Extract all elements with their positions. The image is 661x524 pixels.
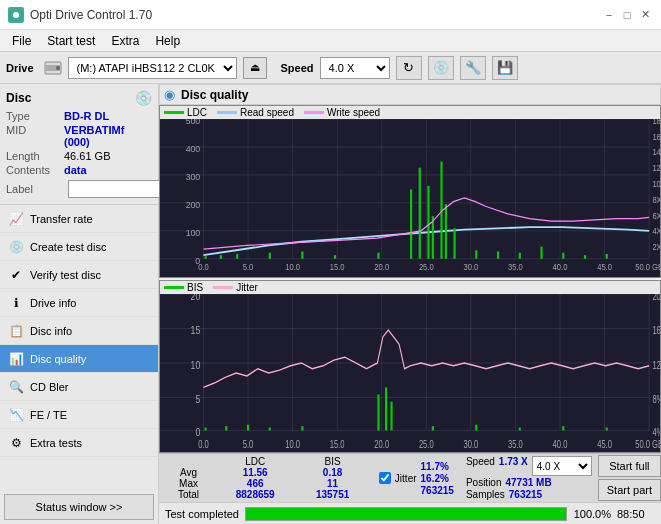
- speed-select[interactable]: 4.0 X: [320, 57, 390, 79]
- disc-contents-value: data: [64, 164, 87, 176]
- nav-icon-transfer-rate: 📈: [8, 211, 24, 227]
- sidebar-item-verify-test-disc[interactable]: ✔Verify test disc: [0, 261, 158, 289]
- menubar: File Start test Extra Help: [0, 30, 661, 52]
- svg-point-4: [56, 66, 60, 70]
- svg-text:4X: 4X: [652, 227, 660, 236]
- stats-max-bis: 11: [296, 478, 369, 489]
- stats-col-bis: BIS: [296, 456, 369, 467]
- menu-file[interactable]: File: [4, 32, 39, 50]
- svg-text:12%: 12%: [652, 360, 660, 371]
- sidebar-item-create-test-disc[interactable]: 💿Create test disc: [0, 233, 158, 261]
- bis-legend: BIS Jitter: [160, 281, 660, 294]
- svg-text:4%: 4%: [652, 427, 660, 438]
- disc-label-row: Label 🔍: [6, 180, 152, 198]
- sidebar-item-fe-te[interactable]: 📉FE / TE: [0, 401, 158, 429]
- svg-text:10.0: 10.0: [285, 439, 300, 450]
- start-full-button[interactable]: Start full: [598, 455, 661, 477]
- sidebar-item-disc-info[interactable]: 📋Disc info: [0, 317, 158, 345]
- jitter-color: [213, 286, 233, 289]
- svg-text:0.0: 0.0: [198, 262, 209, 271]
- speed-dropdown-stats[interactable]: 4.0 X: [532, 456, 592, 476]
- svg-point-1: [13, 12, 19, 18]
- svg-text:5.0: 5.0: [243, 439, 254, 450]
- nav-icon-fe-te: 📉: [8, 407, 24, 423]
- drive-select[interactable]: (M:) ATAPI iHBS112 2 CL0K: [68, 57, 237, 79]
- menu-start-test[interactable]: Start test: [39, 32, 103, 50]
- menu-help[interactable]: Help: [147, 32, 188, 50]
- jitter-checkbox[interactable]: [379, 472, 391, 484]
- app-title: Opti Drive Control 1.70: [30, 8, 152, 22]
- disc-length-row: Length 46.61 GB: [6, 150, 152, 162]
- nav-label-create-test-disc: Create test disc: [30, 241, 106, 253]
- svg-text:400: 400: [186, 143, 201, 154]
- sidebar-item-extra-tests[interactable]: ⚙Extra tests: [0, 429, 158, 457]
- position-key: Position: [466, 477, 502, 488]
- svg-rect-69: [606, 254, 608, 259]
- progress-bar-container: Test completed 100.0% 88:50: [159, 502, 661, 524]
- speed-key: Speed: [466, 456, 495, 476]
- nav-icon-verify-test-disc: ✔: [8, 267, 24, 283]
- stats-total-ldc: 8828659: [214, 489, 296, 500]
- nav-label-disc-info: Disc info: [30, 325, 72, 337]
- drivebar: Drive (M:) ATAPI iHBS112 2 CL0K ⏏ Speed …: [0, 52, 661, 84]
- svg-rect-49: [205, 256, 207, 258]
- disc-length-value: 46.61 GB: [64, 150, 110, 162]
- nav-label-extra-tests: Extra tests: [30, 437, 82, 449]
- sidebar-item-disc-quality[interactable]: 📊Disc quality: [0, 345, 158, 373]
- status-window-button[interactable]: Status window >>: [4, 494, 154, 520]
- charts-container: LDC Read speed Write speed: [159, 105, 661, 453]
- svg-rect-120: [606, 428, 608, 431]
- svg-text:15.0: 15.0: [330, 262, 345, 271]
- svg-text:45.0: 45.0: [597, 439, 612, 450]
- svg-text:10X: 10X: [652, 180, 660, 189]
- jitter-values: 11.7% 16.2% 763215: [421, 461, 454, 496]
- disc-button[interactable]: 💿: [428, 56, 454, 80]
- svg-text:20%: 20%: [652, 294, 660, 302]
- svg-text:8X: 8X: [652, 195, 660, 204]
- write-speed-legend-item: Write speed: [304, 107, 380, 118]
- svg-rect-50: [220, 255, 222, 259]
- stats-max-label: Max: [163, 478, 214, 489]
- stats-left: LDC BIS Avg 11.56 0.18 Max 466: [159, 454, 373, 502]
- sidebar-item-drive-info[interactable]: ℹDrive info: [0, 289, 158, 317]
- sidebar-item-cd-bler[interactable]: 🔍CD Bler: [0, 373, 158, 401]
- ldc-chart-wrapper: LDC Read speed Write speed: [159, 105, 661, 278]
- progress-label: Test completed: [165, 508, 239, 520]
- settings-button[interactable]: 🔧: [460, 56, 486, 80]
- close-button[interactable]: ✕: [637, 7, 653, 23]
- nav-icon-disc-info: 📋: [8, 323, 24, 339]
- disc-mid-label: MID: [6, 124, 64, 148]
- svg-rect-110: [247, 425, 249, 431]
- svg-text:40.0: 40.0: [553, 262, 568, 271]
- svg-rect-63: [475, 250, 477, 259]
- refresh-button[interactable]: ↻: [396, 56, 422, 80]
- maximize-button[interactable]: □: [619, 7, 635, 23]
- jitter-avg-value: 11.7%: [421, 461, 454, 472]
- menu-extra[interactable]: Extra: [103, 32, 147, 50]
- svg-text:5: 5: [195, 393, 200, 405]
- read-speed-color: [217, 111, 237, 114]
- sidebar-item-transfer-rate[interactable]: 📈Transfer rate: [0, 205, 158, 233]
- svg-text:15.0: 15.0: [330, 439, 345, 450]
- minimize-button[interactable]: −: [601, 7, 617, 23]
- write-speed-label: Write speed: [327, 107, 380, 118]
- svg-text:5.0: 5.0: [243, 262, 254, 271]
- svg-rect-51: [236, 254, 238, 259]
- eject-button[interactable]: ⏏: [243, 57, 267, 79]
- svg-rect-56: [410, 189, 412, 258]
- start-part-button[interactable]: Start part: [598, 479, 661, 501]
- svg-text:16%: 16%: [652, 325, 660, 336]
- save-button[interactable]: 💾: [492, 56, 518, 80]
- svg-text:45.0: 45.0: [597, 262, 612, 271]
- stats-avg-label: Avg: [163, 467, 214, 478]
- progress-percent: 100.0%: [573, 508, 611, 520]
- bis-chart-area: 20 15 10 5 0 20% 16% 12% 8% 4% 0.0 5.0: [160, 294, 660, 452]
- svg-rect-113: [377, 395, 379, 431]
- titlebar: Opti Drive Control 1.70 − □ ✕: [0, 0, 661, 30]
- svg-rect-65: [519, 253, 521, 259]
- svg-rect-109: [225, 426, 227, 430]
- svg-rect-111: [269, 428, 271, 431]
- ldc-legend-item: LDC: [164, 107, 207, 118]
- drive-label: Drive: [6, 62, 34, 74]
- disc-mid-value: VERBATIMf (000): [64, 124, 152, 148]
